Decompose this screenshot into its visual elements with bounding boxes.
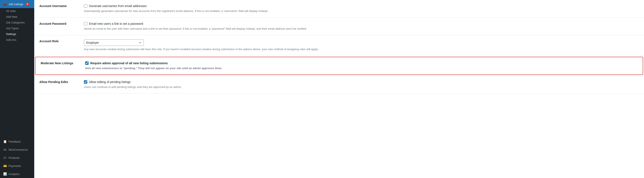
require-admin-approval-row: Require admin approval of all new listin… <box>85 62 638 65</box>
woo-icon: 🛍 <box>3 148 7 152</box>
analytics-icon: 📊 <box>3 172 7 176</box>
sidebar-item-analytics[interactable]: 📊 Analytics <box>0 170 34 178</box>
account-password-field: Email new users a link to set a password… <box>81 17 644 35</box>
products-icon: 🏷 <box>3 156 7 160</box>
sidebar-item-feedback[interactable]: 📋 Feedback <box>0 137 34 146</box>
moderate-listings-label: Moderate New Listings <box>36 57 82 75</box>
allow-pending-edits-row: Allow Pending Edits Allow editing of pen… <box>34 76 644 94</box>
account-role-row: Account Role Employer Subscriber Contrib… <box>34 35 644 56</box>
sidebar-item-feedback-label: Feedback <box>8 140 21 143</box>
sidebar-item-payments[interactable]: 💳 Payments <box>0 162 34 170</box>
account-role-label: Account Role <box>34 35 81 56</box>
account-username-description: Automatically generates usernames for ne… <box>84 9 639 13</box>
sidebar-item-add-ons[interactable]: Add-ons <box>0 37 34 43</box>
sidebar-item-all-jobs[interactable]: All Jobs <box>0 8 34 14</box>
sidebar-item-add-new[interactable]: Add New <box>0 14 34 20</box>
account-role-field: Employer Subscriber Contributor Author E… <box>81 35 644 56</box>
briefcase-icon: 💼 <box>3 2 7 6</box>
require-admin-approval-checkbox[interactable] <box>85 62 88 65</box>
account-password-row: Account Password Email new users a link … <box>34 17 644 35</box>
sidebar-item-woocommerce-label: WooCommerce <box>8 148 28 151</box>
sidebar: 💼 Job Listings 3 All Jobs Add New Job Ca… <box>0 0 34 178</box>
sidebar-item-settings[interactable]: Settings <box>0 31 34 37</box>
allow-editing-checkbox[interactable] <box>84 80 87 84</box>
settings-table: Account Username Generate usernames from… <box>34 0 644 94</box>
generate-username-checkbox[interactable] <box>84 4 87 8</box>
sidebar-item-woocommerce[interactable]: 🛍 WooCommerce <box>0 146 34 154</box>
payments-icon: 💳 <box>3 164 7 168</box>
job-listings-badge: 3 <box>26 2 29 5</box>
moderate-listings-highlight-box: Moderate New Listings Require admin appr… <box>35 57 643 75</box>
account-username-row: Account Username Generate usernames from… <box>34 0 644 17</box>
email-password-label[interactable]: Email new users a link to set a password <box>89 22 143 25</box>
account-password-description: Sends an email to the user with their us… <box>84 27 639 31</box>
main-content: Account Username Generate usernames from… <box>34 0 644 178</box>
sidebar-item-job-listings[interactable]: 💼 Job Listings 3 <box>0 0 34 8</box>
moderate-listings-field: Require admin approval of all new listin… <box>82 57 643 75</box>
account-username-field: Generate usernames from email addresses … <box>81 0 644 17</box>
sidebar-item-payments-label: Payments <box>8 164 21 168</box>
sidebar-item-job-types[interactable]: Job Types <box>0 25 34 31</box>
generate-username-row: Generate usernames from email addresses <box>84 4 639 8</box>
allow-pending-edits-description: Users can continue to edit pending listi… <box>84 85 639 89</box>
allow-pending-edits-field: Allow editing of pending listings Users … <box>81 76 644 94</box>
sidebar-item-analytics-label: Analytics <box>8 173 20 176</box>
account-password-label: Account Password <box>34 17 81 35</box>
generate-username-label[interactable]: Generate usernames from email addresses <box>89 4 146 8</box>
email-password-row: Email new users a link to set a password <box>84 22 639 25</box>
sidebar-item-products-label: Products <box>8 156 20 160</box>
allow-editing-row: Allow editing of pending listings <box>84 80 639 84</box>
feedback-icon: 📋 <box>3 140 7 143</box>
account-role-select[interactable]: Employer Subscriber Contributor Author E… <box>84 39 144 46</box>
moderate-listings-description: Sets all new submissions to "pending." T… <box>85 66 638 71</box>
account-username-label: Account Username <box>34 0 81 17</box>
allow-editing-label[interactable]: Allow editing of pending listings <box>89 80 131 84</box>
account-role-description: Any new accounts created during submissi… <box>84 47 639 51</box>
sidebar-item-products[interactable]: 🏷 Products <box>0 154 34 162</box>
sidebar-item-job-categories[interactable]: Job Categories <box>0 20 34 25</box>
moderate-listings-row: Moderate New Listings Require admin appr… <box>34 56 644 76</box>
allow-pending-edits-label: Allow Pending Edits <box>34 76 81 94</box>
require-admin-approval-label[interactable]: Require admin approval of all new listin… <box>90 62 168 65</box>
email-password-checkbox[interactable] <box>84 22 87 25</box>
sidebar-item-job-listings-label: Job Listings <box>8 2 23 6</box>
